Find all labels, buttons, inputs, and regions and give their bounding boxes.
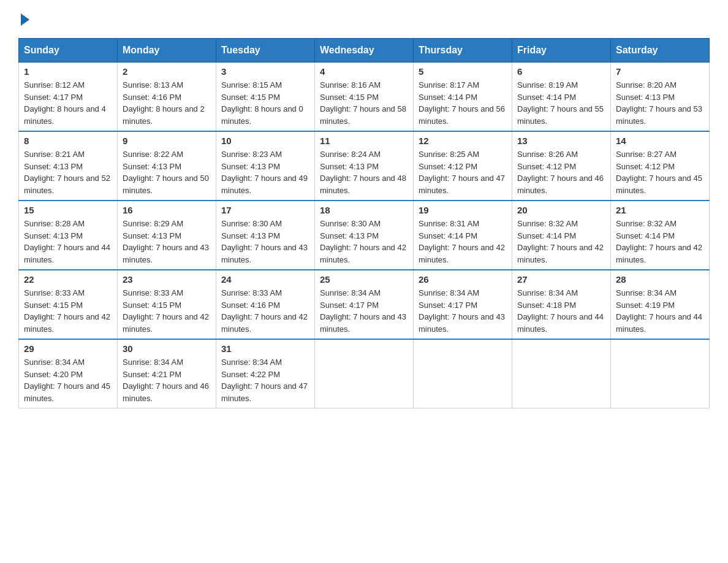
day-info: Sunrise: 8:26 AM Sunset: 4:12 PM Dayligh… — [517, 150, 604, 195]
day-info: Sunrise: 8:32 AM Sunset: 4:14 PM Dayligh… — [616, 219, 702, 264]
table-row — [315, 339, 414, 408]
day-number: 6 — [517, 66, 605, 77]
day-number: 8 — [24, 136, 112, 146]
header-tuesday: Tuesday — [216, 39, 315, 63]
header-thursday: Thursday — [414, 39, 512, 63]
table-row — [611, 339, 710, 408]
logo — [18, 12, 29, 26]
day-info: Sunrise: 8:30 AM Sunset: 4:13 PM Dayligh… — [221, 219, 308, 264]
day-number: 24 — [221, 274, 309, 285]
day-number: 26 — [419, 274, 507, 285]
day-info: Sunrise: 8:31 AM Sunset: 4:14 PM Dayligh… — [419, 219, 505, 264]
table-row: 29 Sunrise: 8:34 AM Sunset: 4:20 PM Dayl… — [19, 339, 118, 408]
day-info: Sunrise: 8:34 AM Sunset: 4:21 PM Dayligh… — [123, 358, 209, 403]
day-info: Sunrise: 8:34 AM Sunset: 4:22 PM Dayligh… — [221, 358, 308, 403]
day-info: Sunrise: 8:34 AM Sunset: 4:20 PM Dayligh… — [24, 358, 110, 403]
day-info: Sunrise: 8:19 AM Sunset: 4:14 PM Dayligh… — [517, 80, 604, 126]
day-info: Sunrise: 8:30 AM Sunset: 4:13 PM Dayligh… — [320, 219, 406, 264]
table-row: 10 Sunrise: 8:23 AM Sunset: 4:13 PM Dayl… — [216, 131, 315, 201]
day-info: Sunrise: 8:12 AM Sunset: 4:17 PM Dayligh… — [24, 80, 106, 126]
day-number: 3 — [221, 66, 309, 77]
day-info: Sunrise: 8:13 AM Sunset: 4:16 PM Dayligh… — [123, 80, 205, 126]
day-info: Sunrise: 8:27 AM Sunset: 4:12 PM Dayligh… — [616, 150, 702, 195]
table-row: 22 Sunrise: 8:33 AM Sunset: 4:15 PM Dayl… — [19, 270, 118, 339]
day-info: Sunrise: 8:28 AM Sunset: 4:13 PM Dayligh… — [24, 219, 110, 264]
day-info: Sunrise: 8:32 AM Sunset: 4:14 PM Dayligh… — [517, 219, 604, 264]
header-wednesday: Wednesday — [315, 39, 414, 63]
day-number: 7 — [616, 66, 704, 77]
day-info: Sunrise: 8:34 AM Sunset: 4:17 PM Dayligh… — [419, 288, 505, 334]
table-row: 31 Sunrise: 8:34 AM Sunset: 4:22 PM Dayl… — [216, 339, 315, 408]
table-row: 30 Sunrise: 8:34 AM Sunset: 4:21 PM Dayl… — [118, 339, 216, 408]
day-info: Sunrise: 8:17 AM Sunset: 4:14 PM Dayligh… — [419, 80, 505, 126]
header-monday: Monday — [118, 39, 216, 63]
day-number: 15 — [24, 205, 112, 215]
day-info: Sunrise: 8:22 AM Sunset: 4:13 PM Dayligh… — [123, 150, 209, 195]
calendar-week-row: 22 Sunrise: 8:33 AM Sunset: 4:15 PM Dayl… — [19, 270, 710, 339]
logo-triangle-icon — [21, 13, 29, 26]
day-number: 22 — [24, 274, 112, 285]
day-number: 1 — [24, 66, 112, 77]
day-info: Sunrise: 8:34 AM Sunset: 4:18 PM Dayligh… — [517, 288, 604, 334]
day-number: 29 — [24, 343, 112, 354]
table-row: 26 Sunrise: 8:34 AM Sunset: 4:17 PM Dayl… — [414, 270, 512, 339]
day-number: 18 — [320, 205, 408, 215]
table-row: 3 Sunrise: 8:15 AM Sunset: 4:15 PM Dayli… — [216, 63, 315, 132]
table-row: 7 Sunrise: 8:20 AM Sunset: 4:13 PM Dayli… — [611, 63, 710, 132]
table-row: 2 Sunrise: 8:13 AM Sunset: 4:16 PM Dayli… — [118, 63, 216, 132]
day-info: Sunrise: 8:34 AM Sunset: 4:17 PM Dayligh… — [320, 288, 406, 334]
table-row: 12 Sunrise: 8:25 AM Sunset: 4:12 PM Dayl… — [414, 131, 512, 201]
table-row: 21 Sunrise: 8:32 AM Sunset: 4:14 PM Dayl… — [611, 201, 710, 270]
header-sunday: Sunday — [19, 39, 118, 63]
table-row: 1 Sunrise: 8:12 AM Sunset: 4:17 PM Dayli… — [19, 63, 118, 132]
day-number: 9 — [123, 136, 211, 146]
day-info: Sunrise: 8:33 AM Sunset: 4:15 PM Dayligh… — [123, 288, 209, 334]
table-row: 17 Sunrise: 8:30 AM Sunset: 4:13 PM Dayl… — [216, 201, 315, 270]
day-number: 28 — [616, 274, 704, 285]
day-info: Sunrise: 8:20 AM Sunset: 4:13 PM Dayligh… — [616, 80, 702, 126]
table-row: 28 Sunrise: 8:34 AM Sunset: 4:19 PM Dayl… — [611, 270, 710, 339]
table-row: 25 Sunrise: 8:34 AM Sunset: 4:17 PM Dayl… — [315, 270, 414, 339]
day-info: Sunrise: 8:23 AM Sunset: 4:13 PM Dayligh… — [221, 150, 308, 195]
day-number: 12 — [419, 136, 507, 146]
table-row: 23 Sunrise: 8:33 AM Sunset: 4:15 PM Dayl… — [118, 270, 216, 339]
table-row: 18 Sunrise: 8:30 AM Sunset: 4:13 PM Dayl… — [315, 201, 414, 270]
table-row: 16 Sunrise: 8:29 AM Sunset: 4:13 PM Dayl… — [118, 201, 216, 270]
header-row: Sunday Monday Tuesday Wednesday Thursday… — [19, 39, 710, 63]
table-row — [414, 339, 512, 408]
day-info: Sunrise: 8:15 AM Sunset: 4:15 PM Dayligh… — [221, 80, 303, 126]
table-row: 20 Sunrise: 8:32 AM Sunset: 4:14 PM Dayl… — [512, 201, 611, 270]
day-number: 21 — [616, 205, 704, 215]
table-row: 6 Sunrise: 8:19 AM Sunset: 4:14 PM Dayli… — [512, 63, 611, 132]
day-info: Sunrise: 8:33 AM Sunset: 4:15 PM Dayligh… — [24, 288, 110, 334]
table-row: 11 Sunrise: 8:24 AM Sunset: 4:13 PM Dayl… — [315, 131, 414, 201]
table-row: 13 Sunrise: 8:26 AM Sunset: 4:12 PM Dayl… — [512, 131, 611, 201]
table-row: 24 Sunrise: 8:33 AM Sunset: 4:16 PM Dayl… — [216, 270, 315, 339]
table-row: 27 Sunrise: 8:34 AM Sunset: 4:18 PM Dayl… — [512, 270, 611, 339]
day-number: 20 — [517, 205, 605, 215]
day-number: 10 — [221, 136, 309, 146]
table-row: 9 Sunrise: 8:22 AM Sunset: 4:13 PM Dayli… — [118, 131, 216, 201]
calendar-table: Sunday Monday Tuesday Wednesday Thursday… — [18, 38, 710, 408]
header-friday: Friday — [512, 39, 611, 63]
day-info: Sunrise: 8:24 AM Sunset: 4:13 PM Dayligh… — [320, 150, 406, 195]
day-info: Sunrise: 8:33 AM Sunset: 4:16 PM Dayligh… — [221, 288, 308, 334]
day-number: 23 — [123, 274, 211, 285]
day-number: 14 — [616, 136, 704, 146]
day-info: Sunrise: 8:16 AM Sunset: 4:15 PM Dayligh… — [320, 80, 406, 126]
day-number: 11 — [320, 136, 408, 146]
table-row: 14 Sunrise: 8:27 AM Sunset: 4:12 PM Dayl… — [611, 131, 710, 201]
calendar-week-row: 29 Sunrise: 8:34 AM Sunset: 4:20 PM Dayl… — [19, 339, 710, 408]
calendar-week-row: 8 Sunrise: 8:21 AM Sunset: 4:13 PM Dayli… — [19, 131, 710, 201]
day-number: 2 — [123, 66, 211, 77]
day-number: 31 — [221, 343, 309, 354]
table-row — [512, 339, 611, 408]
table-row: 19 Sunrise: 8:31 AM Sunset: 4:14 PM Dayl… — [414, 201, 512, 270]
day-info: Sunrise: 8:21 AM Sunset: 4:13 PM Dayligh… — [24, 150, 110, 195]
table-row: 4 Sunrise: 8:16 AM Sunset: 4:15 PM Dayli… — [315, 63, 414, 132]
page-header — [18, 12, 710, 26]
day-info: Sunrise: 8:25 AM Sunset: 4:12 PM Dayligh… — [419, 150, 505, 195]
table-row: 15 Sunrise: 8:28 AM Sunset: 4:13 PM Dayl… — [19, 201, 118, 270]
day-number: 16 — [123, 205, 211, 215]
table-row: 5 Sunrise: 8:17 AM Sunset: 4:14 PM Dayli… — [414, 63, 512, 132]
